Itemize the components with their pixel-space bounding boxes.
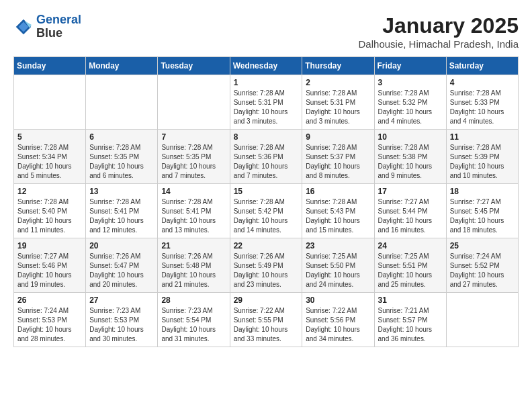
day-number: 26 bbox=[17, 295, 82, 305]
calendar-cell: 4Sunrise: 7:28 AM Sunset: 5:33 PM Daylig… bbox=[446, 75, 518, 130]
day-number: 25 bbox=[450, 241, 515, 250]
day-number: 31 bbox=[378, 295, 443, 305]
title-block: January 2025 Dalhousie, Himachal Pradesh… bbox=[359, 13, 519, 50]
logo: General Blue bbox=[13, 13, 81, 40]
weekday-header-friday: Friday bbox=[374, 57, 446, 75]
day-info: Sunrise: 7:28 AM Sunset: 5:31 PM Dayligh… bbox=[234, 89, 299, 126]
calendar-cell bbox=[86, 75, 158, 130]
calendar-cell: 15Sunrise: 7:28 AM Sunset: 5:42 PM Dayli… bbox=[230, 184, 302, 238]
calendar-cell: 30Sunrise: 7:22 AM Sunset: 5:56 PM Dayli… bbox=[302, 293, 374, 347]
day-number: 11 bbox=[450, 132, 515, 142]
calendar-cell: 27Sunrise: 7:23 AM Sunset: 5:53 PM Dayli… bbox=[86, 293, 158, 347]
day-number: 1 bbox=[234, 78, 299, 87]
day-number: 29 bbox=[234, 295, 299, 305]
day-number: 2 bbox=[306, 78, 370, 87]
day-info: Sunrise: 7:23 AM Sunset: 5:53 PM Dayligh… bbox=[89, 306, 154, 344]
calendar-cell: 17Sunrise: 7:27 AM Sunset: 5:44 PM Dayli… bbox=[374, 184, 446, 238]
day-info: Sunrise: 7:22 AM Sunset: 5:56 PM Dayligh… bbox=[306, 306, 370, 344]
calendar-cell: 31Sunrise: 7:21 AM Sunset: 5:57 PM Dayli… bbox=[374, 293, 446, 347]
calendar-cell: 12Sunrise: 7:28 AM Sunset: 5:40 PM Dayli… bbox=[14, 184, 86, 238]
day-number: 8 bbox=[234, 132, 299, 142]
calendar-cell: 3Sunrise: 7:28 AM Sunset: 5:32 PM Daylig… bbox=[374, 75, 446, 130]
calendar-cell bbox=[446, 293, 518, 347]
logo-text: General Blue bbox=[36, 13, 81, 40]
day-number: 28 bbox=[161, 295, 226, 305]
day-number: 4 bbox=[450, 78, 515, 87]
day-info: Sunrise: 7:21 AM Sunset: 5:57 PM Dayligh… bbox=[378, 306, 443, 344]
day-info: Sunrise: 7:28 AM Sunset: 5:37 PM Dayligh… bbox=[306, 143, 370, 181]
calendar-week-row: 1Sunrise: 7:28 AM Sunset: 5:31 PM Daylig… bbox=[14, 75, 519, 130]
calendar-cell: 24Sunrise: 7:25 AM Sunset: 5:51 PM Dayli… bbox=[374, 238, 446, 293]
calendar-cell: 2Sunrise: 7:28 AM Sunset: 5:31 PM Daylig… bbox=[302, 75, 374, 130]
day-number: 20 bbox=[89, 241, 154, 250]
day-number: 17 bbox=[378, 187, 443, 196]
calendar-table: SundayMondayTuesdayWednesdayThursdayFrid… bbox=[13, 56, 519, 347]
day-number: 15 bbox=[234, 187, 299, 196]
day-number: 18 bbox=[450, 187, 515, 196]
weekday-header-row: SundayMondayTuesdayWednesdayThursdayFrid… bbox=[14, 57, 519, 75]
calendar-cell: 10Sunrise: 7:28 AM Sunset: 5:38 PM Dayli… bbox=[374, 130, 446, 184]
day-info: Sunrise: 7:28 AM Sunset: 5:31 PM Dayligh… bbox=[306, 89, 370, 126]
weekday-header-monday: Monday bbox=[86, 57, 158, 75]
page-header: General Blue January 2025 Dalhousie, Him… bbox=[13, 13, 519, 50]
day-number: 5 bbox=[17, 132, 82, 142]
calendar-week-row: 19Sunrise: 7:27 AM Sunset: 5:46 PM Dayli… bbox=[14, 238, 519, 293]
day-info: Sunrise: 7:23 AM Sunset: 5:54 PM Dayligh… bbox=[161, 306, 226, 344]
month-title: January 2025 bbox=[359, 13, 519, 38]
day-number: 21 bbox=[161, 241, 226, 250]
day-number: 23 bbox=[306, 241, 370, 250]
location: Dalhousie, Himachal Pradesh, India bbox=[359, 38, 519, 50]
day-info: Sunrise: 7:24 AM Sunset: 5:53 PM Dayligh… bbox=[17, 306, 82, 344]
calendar-cell: 20Sunrise: 7:26 AM Sunset: 5:47 PM Dayli… bbox=[86, 238, 158, 293]
calendar-week-row: 5Sunrise: 7:28 AM Sunset: 5:34 PM Daylig… bbox=[14, 130, 519, 184]
calendar-week-row: 12Sunrise: 7:28 AM Sunset: 5:40 PM Dayli… bbox=[14, 184, 519, 238]
day-number: 16 bbox=[306, 187, 370, 196]
calendar-cell: 26Sunrise: 7:24 AM Sunset: 5:53 PM Dayli… bbox=[14, 293, 86, 347]
calendar-cell: 13Sunrise: 7:28 AM Sunset: 5:41 PM Dayli… bbox=[86, 184, 158, 238]
weekday-header-wednesday: Wednesday bbox=[230, 57, 302, 75]
calendar-cell: 25Sunrise: 7:24 AM Sunset: 5:52 PM Dayli… bbox=[446, 238, 518, 293]
calendar-cell: 9Sunrise: 7:28 AM Sunset: 5:37 PM Daylig… bbox=[302, 130, 374, 184]
day-info: Sunrise: 7:28 AM Sunset: 5:43 PM Dayligh… bbox=[306, 197, 370, 235]
day-info: Sunrise: 7:22 AM Sunset: 5:55 PM Dayligh… bbox=[234, 306, 299, 344]
day-info: Sunrise: 7:28 AM Sunset: 5:35 PM Dayligh… bbox=[161, 143, 226, 181]
day-number: 27 bbox=[89, 295, 154, 305]
calendar-cell: 6Sunrise: 7:28 AM Sunset: 5:35 PM Daylig… bbox=[86, 130, 158, 184]
day-info: Sunrise: 7:26 AM Sunset: 5:49 PM Dayligh… bbox=[234, 252, 299, 289]
day-info: Sunrise: 7:28 AM Sunset: 5:42 PM Dayligh… bbox=[234, 197, 299, 235]
logo-line2: Blue bbox=[36, 27, 81, 40]
day-number: 14 bbox=[161, 187, 226, 196]
day-info: Sunrise: 7:28 AM Sunset: 5:41 PM Dayligh… bbox=[161, 197, 226, 235]
calendar-cell bbox=[158, 75, 230, 130]
calendar-week-row: 26Sunrise: 7:24 AM Sunset: 5:53 PM Dayli… bbox=[14, 293, 519, 347]
day-info: Sunrise: 7:27 AM Sunset: 5:44 PM Dayligh… bbox=[378, 197, 443, 235]
day-info: Sunrise: 7:27 AM Sunset: 5:46 PM Dayligh… bbox=[17, 252, 82, 289]
day-info: Sunrise: 7:28 AM Sunset: 5:38 PM Dayligh… bbox=[378, 143, 443, 181]
calendar-cell: 7Sunrise: 7:28 AM Sunset: 5:35 PM Daylig… bbox=[158, 130, 230, 184]
calendar-cell: 18Sunrise: 7:27 AM Sunset: 5:45 PM Dayli… bbox=[446, 184, 518, 238]
calendar-cell: 14Sunrise: 7:28 AM Sunset: 5:41 PM Dayli… bbox=[158, 184, 230, 238]
day-number: 9 bbox=[306, 132, 370, 142]
weekday-header-saturday: Saturday bbox=[446, 57, 518, 75]
calendar-cell: 23Sunrise: 7:25 AM Sunset: 5:50 PM Dayli… bbox=[302, 238, 374, 293]
day-info: Sunrise: 7:28 AM Sunset: 5:39 PM Dayligh… bbox=[450, 143, 515, 181]
day-info: Sunrise: 7:26 AM Sunset: 5:47 PM Dayligh… bbox=[89, 252, 154, 289]
day-info: Sunrise: 7:28 AM Sunset: 5:36 PM Dayligh… bbox=[234, 143, 299, 181]
day-info: Sunrise: 7:28 AM Sunset: 5:33 PM Dayligh… bbox=[450, 89, 515, 126]
calendar-cell bbox=[14, 75, 86, 130]
weekday-header-sunday: Sunday bbox=[14, 57, 86, 75]
calendar-cell: 1Sunrise: 7:28 AM Sunset: 5:31 PM Daylig… bbox=[230, 75, 302, 130]
weekday-header-tuesday: Tuesday bbox=[158, 57, 230, 75]
weekday-header-thursday: Thursday bbox=[302, 57, 374, 75]
day-number: 24 bbox=[378, 241, 443, 250]
day-number: 19 bbox=[17, 241, 82, 250]
calendar-cell: 29Sunrise: 7:22 AM Sunset: 5:55 PM Dayli… bbox=[230, 293, 302, 347]
day-number: 10 bbox=[378, 132, 443, 142]
day-info: Sunrise: 7:24 AM Sunset: 5:52 PM Dayligh… bbox=[450, 252, 515, 289]
day-info: Sunrise: 7:28 AM Sunset: 5:41 PM Dayligh… bbox=[89, 197, 154, 235]
calendar-cell: 16Sunrise: 7:28 AM Sunset: 5:43 PM Dayli… bbox=[302, 184, 374, 238]
calendar-cell: 5Sunrise: 7:28 AM Sunset: 5:34 PM Daylig… bbox=[14, 130, 86, 184]
day-info: Sunrise: 7:25 AM Sunset: 5:51 PM Dayligh… bbox=[378, 252, 443, 289]
day-number: 12 bbox=[17, 187, 82, 196]
day-info: Sunrise: 7:28 AM Sunset: 5:32 PM Dayligh… bbox=[378, 89, 443, 126]
